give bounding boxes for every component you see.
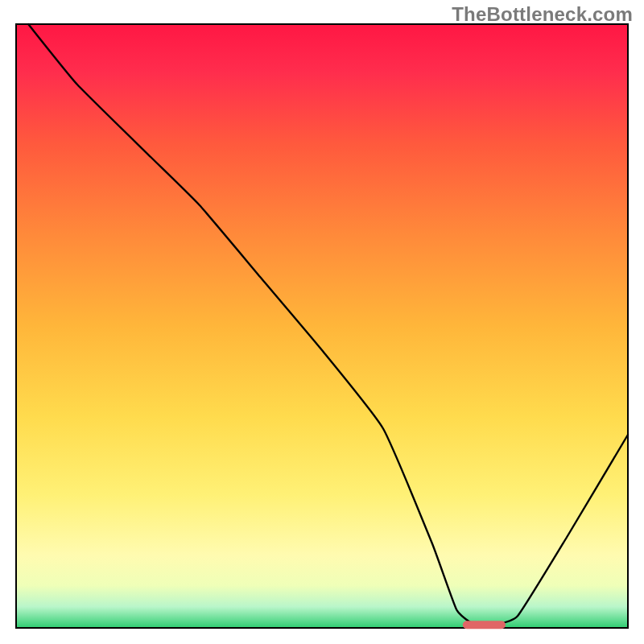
bottleneck-chart: TheBottleneck.com [0, 0, 644, 644]
optimal-range-marker [463, 621, 506, 629]
chart-svg [0, 0, 644, 644]
watermark-text: TheBottleneck.com [452, 3, 633, 26]
